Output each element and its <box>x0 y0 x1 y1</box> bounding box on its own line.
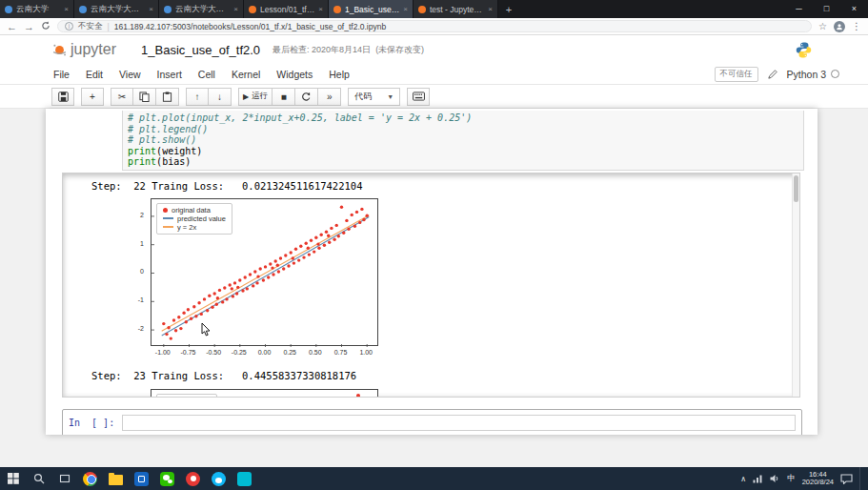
taskbar-clock[interactable]: 16:44 2020/8/24 <box>802 471 834 487</box>
browser-tab-active[interactable]: 1_Basic_use_of_tf2.0 - Jupyter × <box>329 0 414 18</box>
taskbar-chrome-button[interactable] <box>77 467 103 490</box>
avatar[interactable] <box>834 21 845 32</box>
jupyter-planet-icon <box>51 42 68 58</box>
matplotlib-figure-partial: original data <box>130 387 379 398</box>
add-cell-button[interactable]: + <box>81 88 104 106</box>
browser-tab[interactable]: test - Jupyter Notebook × <box>414 0 498 18</box>
browser-tab[interactable]: 云南大学大数据管理系统 × <box>159 0 244 18</box>
menu-file[interactable]: File <box>53 69 70 80</box>
forward-icon[interactable]: → <box>24 18 34 35</box>
new-tab-button[interactable]: + <box>498 0 519 18</box>
taskbar-qq-button[interactable] <box>206 467 232 490</box>
command-palette-button[interactable] <box>407 88 430 106</box>
tab-close-icon[interactable]: × <box>488 5 493 13</box>
start-button[interactable] <box>0 467 26 490</box>
input-method-indicator[interactable]: 中 <box>787 473 796 484</box>
browser-tab[interactable]: Lesson/01_tf.x/ × <box>244 0 329 18</box>
menu-insert[interactable]: Insert <box>157 69 182 80</box>
jupyter-header: jupyter 1_Basic_use_of_tf2.0 最后检查: 2020年… <box>0 35 868 64</box>
output-scrollbar[interactable] <box>792 174 799 397</box>
taskbar-app-button[interactable] <box>180 467 206 490</box>
run-cell-button[interactable]: ▶ 运行 <box>238 88 273 106</box>
trust-status-button[interactable]: 不可信任 <box>715 67 758 82</box>
cut-cell-button[interactable]: ✂ <box>111 88 133 106</box>
system-tray: ∧ 中 16:44 2020/8/24 <box>740 467 868 490</box>
maximize-button[interactable]: □ <box>813 0 840 18</box>
clock-date: 2020/8/24 <box>802 479 834 487</box>
menu-view[interactable]: View <box>119 69 141 80</box>
taskbar-search-button[interactable] <box>26 467 51 490</box>
show-desktop-button[interactable] <box>859 467 863 490</box>
site-favicon <box>79 6 87 13</box>
volume-icon[interactable] <box>770 474 780 483</box>
task-view-icon <box>59 473 71 484</box>
cell-type-value: 代码 <box>354 91 372 103</box>
tab-close-icon[interactable]: × <box>403 5 408 13</box>
output-text-step23: Step: 23 Traing Loss: 0.4455833733081817… <box>91 370 799 381</box>
legend-label: y = 2x <box>177 223 196 232</box>
refresh-icon[interactable] <box>41 18 50 35</box>
code-cell-input[interactable]: # plt.plot(input_x, 2*input_x+0.25, labe… <box>122 111 804 171</box>
notebook-title[interactable]: 1_Basic_use_of_tf2.0 <box>141 43 260 57</box>
tab-close-icon[interactable]: × <box>149 5 153 13</box>
tab-close-icon[interactable]: × <box>64 5 69 13</box>
taskbar-app-button[interactable] <box>129 467 154 490</box>
paste-cell-icon <box>162 92 172 102</box>
move-cell-up-button[interactable]: ↑ <box>186 88 209 106</box>
save-button[interactable] <box>51 88 74 106</box>
cell-output-scroll-area[interactable]: Step: 22 Traing Loss: 0.0213245116174221… <box>62 173 800 398</box>
info-icon[interactable]: i <box>65 22 73 31</box>
plot-legend: original data predicted value y = 2x <box>156 203 232 235</box>
close-button[interactable]: × <box>840 0 868 18</box>
qq-icon <box>212 472 226 486</box>
empty-code-cell[interactable]: In [ ]: <box>62 409 802 435</box>
restart-kernel-button[interactable] <box>295 88 318 106</box>
jupyter-logo[interactable]: jupyter <box>51 41 116 58</box>
menu-help[interactable]: Help <box>329 69 350 80</box>
interrupt-kernel-button[interactable]: ■ <box>273 88 295 106</box>
network-icon[interactable] <box>753 474 763 483</box>
minimize-button[interactable]: ─ <box>785 0 813 18</box>
action-center-icon[interactable] <box>840 474 853 484</box>
paste-cell-button[interactable] <box>156 88 179 106</box>
kernel-indicator[interactable]: Python 3 <box>787 69 839 80</box>
browser-tab[interactable]: 云南大学大数据管理平台 × <box>74 0 159 18</box>
legend-marker-original-data <box>163 208 168 213</box>
legend-marker-y-2x <box>163 226 173 228</box>
cell-type-select[interactable]: 代码 ▼ <box>348 88 400 106</box>
move-cell-down-button[interactable]: ↓ <box>209 88 232 106</box>
menu-cell[interactable]: Cell <box>198 69 215 80</box>
security-label: 不安全 <box>78 21 103 32</box>
code-editor[interactable]: # plt.plot(input_x, 2*input_x+0.25, labe… <box>128 112 798 168</box>
bookmark-star-icon[interactable]: ☆ <box>818 21 827 31</box>
plot-area-partial: original data <box>151 389 378 398</box>
jupyter-wordmark: jupyter <box>71 41 116 58</box>
blue-app-icon <box>134 472 149 486</box>
empty-cell-input[interactable] <box>122 415 796 431</box>
wechat-icon <box>160 472 174 486</box>
jupyter-favicon <box>333 6 341 13</box>
output-scrollbar-thumb[interactable] <box>794 175 798 202</box>
jupyter-favicon <box>249 6 256 13</box>
tab-close-icon[interactable]: × <box>318 5 323 13</box>
taskbar-wechat-button[interactable] <box>154 467 180 490</box>
python-logo-icon <box>795 41 813 59</box>
overflow-menu-icon[interactable]: ⋮ <box>852 21 861 31</box>
menu-edit[interactable]: Edit <box>86 69 103 80</box>
site-favicon <box>5 6 12 13</box>
task-view-button[interactable] <box>51 467 77 490</box>
hidden-icons-caret[interactable]: ∧ <box>740 475 746 483</box>
notebook-site: # plt.plot(input_x, 2*input_x+0.25, labe… <box>0 109 868 467</box>
taskbar-file-explorer-button[interactable] <box>103 467 129 490</box>
url-bar[interactable]: i 不安全 | 161.189.42.107:5003/notebooks/Le… <box>57 20 812 32</box>
jupyter-favicon <box>418 6 426 13</box>
tab-close-icon[interactable]: × <box>233 5 238 13</box>
copy-cell-button[interactable] <box>133 88 156 106</box>
browser-tab[interactable]: 云南大学 × <box>0 0 74 18</box>
back-icon[interactable]: ← <box>7 18 17 35</box>
taskbar-app-button[interactable] <box>232 467 257 490</box>
restart-run-all-button[interactable]: » <box>318 88 341 106</box>
menu-widgets[interactable]: Widgets <box>276 69 313 80</box>
menu-kernel[interactable]: Kernel <box>232 69 260 80</box>
site-favicon <box>164 6 172 13</box>
